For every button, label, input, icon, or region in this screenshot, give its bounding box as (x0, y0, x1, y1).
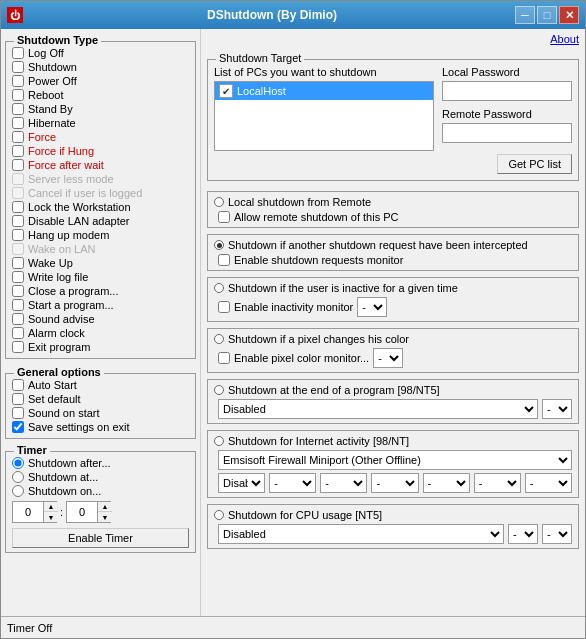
timer-minutes-up[interactable]: ▲ (98, 502, 112, 512)
option-sub-checkbox-3[interactable] (218, 352, 230, 364)
general-option-item[interactable]: Sound on start (12, 406, 189, 420)
shutdown-type-item[interactable]: Write log file (12, 270, 189, 284)
timer-option-item-2[interactable]: Shutdown on... (12, 484, 189, 498)
shutdown-type-item[interactable]: Hibernate (12, 116, 189, 130)
option-dropdown-6-2[interactable]: - (542, 524, 572, 544)
shutdown-type-checkbox-6[interactable] (12, 131, 24, 143)
minimize-button[interactable]: ─ (515, 6, 535, 24)
timer-radio-1[interactable] (12, 471, 24, 483)
shutdown-type-item[interactable]: Wake Up (12, 256, 189, 270)
maximize-button[interactable]: □ (537, 6, 557, 24)
shutdown-type-item[interactable]: Disable LAN adapter (12, 214, 189, 228)
shutdown-type-item[interactable]: Start a program... (12, 298, 189, 312)
timer-hours-up[interactable]: ▲ (44, 502, 58, 512)
option-dropdown-2-0[interactable]: - (357, 297, 387, 317)
option-dropdown-5-7[interactable]: - (525, 473, 572, 493)
option-dropdown-5-3[interactable]: - (320, 473, 367, 493)
get-pc-list-button[interactable]: Get PC list (497, 154, 572, 174)
shutdown-type-checkbox-18[interactable] (12, 299, 24, 311)
option-radio-dot-6[interactable] (214, 510, 224, 520)
shutdown-type-item[interactable]: Sound advise (12, 312, 189, 326)
option-dropdown-5-4[interactable]: - (371, 473, 418, 493)
shutdown-type-item[interactable]: Alarm clock (12, 326, 189, 340)
option-dropdown-6-0[interactable]: Disabled (218, 524, 504, 544)
option-radio-dot-4[interactable] (214, 385, 224, 395)
option-radio-dot-1[interactable] (214, 240, 224, 250)
option-sub-checkbox-0[interactable] (218, 211, 230, 223)
shutdown-type-checkbox-1[interactable] (12, 61, 24, 73)
option-sub-checkbox-1[interactable] (218, 254, 230, 266)
shutdown-type-checkbox-11[interactable] (12, 201, 24, 213)
shutdown-type-item[interactable]: Force after wait (12, 158, 189, 172)
option-dropdown-4-1[interactable]: - (542, 399, 572, 419)
general-option-checkbox-2[interactable] (12, 407, 24, 419)
general-option-item[interactable]: Auto Start (12, 378, 189, 392)
timer-minutes-spinner[interactable]: 0 ▲ ▼ (66, 501, 111, 523)
shutdown-type-item[interactable]: Shutdown (12, 60, 189, 74)
timer-hours-input[interactable]: 0 (13, 506, 43, 518)
shutdown-type-checkbox-0[interactable] (12, 47, 24, 59)
shutdown-type-checkbox-12[interactable] (12, 215, 24, 227)
shutdown-type-checkbox-8[interactable] (12, 159, 24, 171)
shutdown-type-checkbox-19[interactable] (12, 313, 24, 325)
general-option-checkbox-1[interactable] (12, 393, 24, 405)
option-radio-dot-5[interactable] (214, 436, 224, 446)
shutdown-type-item[interactable]: Reboot (12, 88, 189, 102)
pc-list-item[interactable]: ✔ LocalHost (215, 82, 433, 100)
timer-hours-down[interactable]: ▼ (44, 512, 58, 522)
shutdown-type-item[interactable]: Stand By (12, 102, 189, 116)
shutdown-type-checkbox-5[interactable] (12, 117, 24, 129)
option-sub-checkbox-2[interactable] (218, 301, 230, 313)
shutdown-type-checkbox-4[interactable] (12, 103, 24, 115)
shutdown-type-checkbox-17[interactable] (12, 285, 24, 297)
shutdown-type-item[interactable]: Power Off (12, 74, 189, 88)
shutdown-target-group: Shutdown Target List of PCs you want to … (207, 59, 579, 181)
shutdown-type-item[interactable]: Force if Hung (12, 144, 189, 158)
timer-radio-2[interactable] (12, 485, 24, 497)
option-dropdown-5-2[interactable]: - (269, 473, 316, 493)
shutdown-type-item[interactable]: Exit program (12, 340, 189, 354)
option-dropdown-6-1[interactable]: - (508, 524, 538, 544)
option-radio-dot-3[interactable] (214, 334, 224, 344)
timer-radio-0[interactable] (12, 457, 24, 469)
option-dropdown-5-1[interactable]: Disabled (218, 473, 265, 493)
shutdown-type-checkbox-16[interactable] (12, 271, 24, 283)
shutdown-type-checkbox-7[interactable] (12, 145, 24, 157)
shutdown-type-checkbox-3[interactable] (12, 89, 24, 101)
timer-label: Timer (14, 444, 50, 456)
shutdown-type-checkbox-21[interactable] (12, 341, 24, 353)
pc-list[interactable]: ✔ LocalHost (214, 81, 434, 151)
about-link[interactable]: About (207, 33, 579, 45)
option-row-4: Shutdown at the end of a program [98/NT5… (207, 379, 579, 424)
remote-password-input[interactable] (442, 123, 572, 143)
shutdown-type-checkbox-20[interactable] (12, 327, 24, 339)
option-main-dropdown-5[interactable]: Emsisoft Firewall Miniport (Other Offlin… (218, 450, 572, 470)
option-dropdown-3-0[interactable]: - (373, 348, 403, 368)
local-password-input[interactable] (442, 81, 572, 101)
shutdown-type-checkbox-15[interactable] (12, 257, 24, 269)
general-option-checkbox-3[interactable] (12, 421, 24, 433)
option-dropdown-5-5[interactable]: - (423, 473, 470, 493)
option-radio-dot-0[interactable] (214, 197, 224, 207)
shutdown-type-item[interactable]: Force (12, 130, 189, 144)
timer-minutes-down[interactable]: ▼ (98, 512, 112, 522)
shutdown-type-checkbox-2[interactable] (12, 75, 24, 87)
option-dropdown-4-0[interactable]: Disabled (218, 399, 538, 419)
option-dropdown-5-6[interactable]: - (474, 473, 521, 493)
timer-minutes-input[interactable]: 0 (67, 506, 97, 518)
general-option-checkbox-0[interactable] (12, 379, 24, 391)
shutdown-type-item[interactable]: Hang up modem (12, 228, 189, 242)
general-option-item[interactable]: Save settings on exit (12, 420, 189, 434)
general-option-item[interactable]: Set default (12, 392, 189, 406)
close-button[interactable]: ✕ (559, 6, 579, 24)
shutdown-type-item[interactable]: Close a program... (12, 284, 189, 298)
timer-hours-spinner[interactable]: 0 ▲ ▼ (12, 501, 57, 523)
enable-timer-button[interactable]: Enable Timer (12, 528, 189, 548)
shutdown-type-checkbox-13[interactable] (12, 229, 24, 241)
target-row: List of PCs you want to shutdown ✔ Local… (214, 66, 572, 174)
timer-option-item-0[interactable]: Shutdown after... (12, 456, 189, 470)
timer-option-item-1[interactable]: Shutdown at... (12, 470, 189, 484)
shutdown-type-item[interactable]: Log Off (12, 46, 189, 60)
option-radio-dot-2[interactable] (214, 283, 224, 293)
shutdown-type-item[interactable]: Lock the Workstation (12, 200, 189, 214)
